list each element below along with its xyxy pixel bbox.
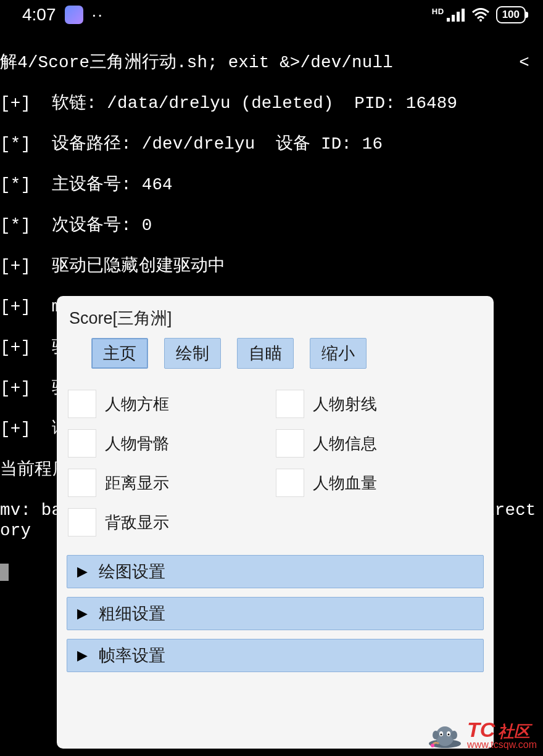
checkbox-row-hp: 人物血量 bbox=[276, 469, 484, 497]
terminal-line: [*] 次设备号: 0 bbox=[0, 215, 543, 236]
svg-point-10 bbox=[448, 734, 450, 736]
section-thickness-settings[interactable]: ▶ 粗细设置 bbox=[67, 597, 484, 630]
watermark-url: www.tcsqw.com bbox=[467, 740, 537, 750]
section-fps-settings[interactable]: ▶ 帧率设置 bbox=[67, 639, 484, 672]
checkbox-label: 背敌显示 bbox=[105, 512, 169, 533]
watermark: TC 社区 www.tcsqw.com bbox=[426, 719, 537, 750]
checkbox-label: 人物方框 bbox=[105, 393, 169, 415]
app-indicator-icon bbox=[65, 6, 83, 24]
terminal-line: [+] 驱动已隐藏创建驱动中 bbox=[0, 256, 543, 276]
terminal-caret: < bbox=[519, 52, 529, 73]
svg-point-9 bbox=[441, 734, 442, 736]
checkbox-row-box: 人物方框 bbox=[68, 390, 276, 418]
checkbox-row-ray: 人物射线 bbox=[276, 390, 484, 418]
hd-icon: HD bbox=[432, 7, 444, 16]
tab-home[interactable]: 主页 bbox=[91, 338, 148, 369]
checkbox-behind-enemy[interactable] bbox=[68, 508, 96, 536]
watermark-brand: TC bbox=[467, 718, 495, 741]
checkbox-person-hp[interactable] bbox=[276, 469, 304, 497]
tab-aim[interactable]: 自瞄 bbox=[237, 338, 294, 369]
svg-point-12 bbox=[451, 731, 457, 739]
terminal-cursor bbox=[0, 564, 9, 581]
chevron-right-icon: ▶ bbox=[77, 647, 88, 664]
checkbox-person-skeleton[interactable] bbox=[68, 429, 96, 458]
terminal-line: [+] 软链: /data/drelyu (deleted) PID: 1648… bbox=[0, 93, 543, 113]
svg-rect-1 bbox=[452, 15, 455, 22]
checkbox-grid: 人物方框 人物射线 人物骨骼 人物信息 距离显示 人物血量 背敌显示 bbox=[67, 390, 484, 536]
signal-icon bbox=[447, 8, 465, 22]
checkbox-label: 人物信息 bbox=[313, 433, 377, 454]
chevron-right-icon: ▶ bbox=[77, 564, 88, 580]
checkbox-row-behind: 背敌显示 bbox=[68, 508, 276, 536]
mascot-icon bbox=[426, 720, 463, 750]
checkbox-label: 人物血量 bbox=[313, 472, 377, 494]
checkbox-person-info[interactable] bbox=[276, 429, 304, 458]
section-draw-settings[interactable]: ▶ 绘图设置 bbox=[67, 555, 484, 588]
svg-point-13 bbox=[431, 744, 434, 747]
checkbox-row-distance: 距离显示 bbox=[68, 469, 276, 497]
svg-point-11 bbox=[433, 731, 439, 739]
status-left: 4:07 ·· bbox=[22, 5, 104, 25]
panel-title: Score[三角洲] bbox=[69, 307, 484, 329]
checkbox-person-box[interactable] bbox=[68, 390, 96, 418]
svg-rect-2 bbox=[457, 12, 460, 22]
wifi-icon bbox=[471, 8, 490, 22]
checkbox-person-ray[interactable] bbox=[276, 390, 304, 418]
section-label: 粗细设置 bbox=[99, 602, 165, 625]
section-label: 帧率设置 bbox=[99, 644, 165, 667]
section-label: 绘图设置 bbox=[99, 561, 165, 583]
checkbox-distance[interactable] bbox=[68, 469, 96, 497]
checkbox-row-info: 人物信息 bbox=[276, 429, 484, 458]
watermark-text: TC 社区 www.tcsqw.com bbox=[467, 719, 537, 750]
status-bar: 4:07 ·· HD 100 bbox=[0, 0, 543, 27]
tab-shrink[interactable]: 缩小 bbox=[310, 338, 367, 369]
clock-text: 4:07 bbox=[22, 5, 56, 25]
chevron-right-icon: ▶ bbox=[77, 606, 88, 622]
svg-rect-3 bbox=[462, 9, 465, 22]
checkbox-label: 人物射线 bbox=[313, 393, 377, 415]
terminal-line: [*] 主设备号: 464 bbox=[0, 175, 543, 195]
tab-draw[interactable]: 绘制 bbox=[164, 338, 221, 369]
svg-point-4 bbox=[479, 19, 482, 22]
svg-rect-0 bbox=[447, 18, 450, 22]
terminal-cmd: 解4/Score三角洲行动.sh; exit &>/dev/null bbox=[0, 52, 393, 73]
status-right: HD 100 bbox=[432, 6, 526, 23]
watermark-suffix: 社区 bbox=[498, 722, 530, 741]
cheat-overlay-panel[interactable]: Score[三角洲] 主页 绘制 自瞄 缩小 人物方框 人物射线 人物骨骼 人物… bbox=[57, 296, 494, 749]
checkbox-label: 人物骨骼 bbox=[105, 433, 169, 454]
checkbox-row-skeleton: 人物骨骼 bbox=[68, 429, 276, 458]
status-dots: ·· bbox=[92, 5, 104, 25]
checkbox-label: 距离显示 bbox=[105, 472, 169, 494]
battery-icon: 100 bbox=[496, 6, 526, 23]
terminal-line: [*] 设备路径: /dev/drelyu 设备 ID: 16 bbox=[0, 134, 543, 154]
tab-bar: 主页 绘制 自瞄 缩小 bbox=[91, 338, 484, 369]
